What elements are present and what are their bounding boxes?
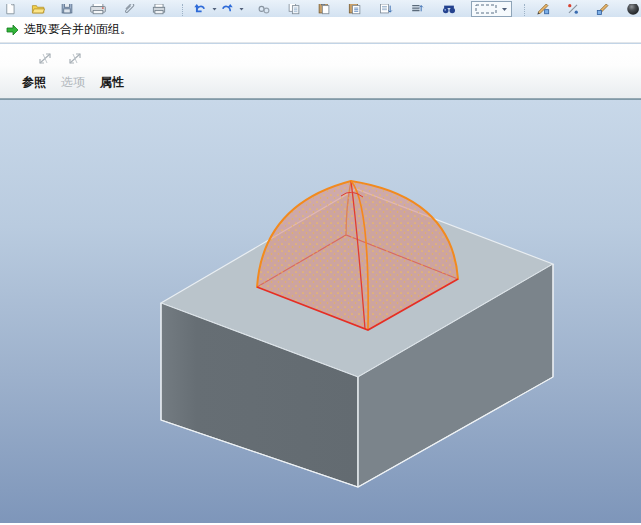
redo-dropdown[interactable] [237,4,246,17]
toolbar-separator [182,4,185,16]
undo-icon[interactable] [192,4,208,17]
selection-filter-box[interactable] [471,1,512,17]
redo-icon[interactable] [219,4,235,17]
change-second-quilt-side-button[interactable] [64,50,85,67]
regenerate-icon[interactable] [255,4,273,17]
toolbar-separator [524,4,527,16]
send-print-icon[interactable] [150,4,168,17]
find-icon[interactable] [439,4,459,17]
paste-icon[interactable] [315,4,333,17]
list-collect-icon[interactable] [377,4,396,17]
selection-rect-icon [474,3,500,15]
datum-plane-tool-icon[interactable] [594,4,612,17]
change-first-quilt-side-button[interactable] [34,50,55,67]
selection-filter-dropdown[interactable] [500,3,509,15]
save-icon[interactable] [59,4,75,17]
datum-point-tool-icon[interactable] [564,4,582,17]
prompt-message: 选取要合并的面组。 [24,21,132,38]
graphics-viewport[interactable] [0,99,641,523]
undo-dropdown[interactable] [210,4,219,17]
open-icon[interactable] [30,4,47,17]
copy-icon[interactable] [285,4,303,17]
change-side-arrow-icon [37,51,53,66]
tab-references[interactable]: 参照 [22,74,46,91]
change-side-arrow-icon [67,51,83,66]
sketch-tool-icon[interactable] [534,4,552,17]
merge-dashboard: 参照 选项 属性 [0,43,641,99]
list-layer-icon[interactable] [408,4,427,17]
shaded-display-icon[interactable] [624,4,641,17]
tab-properties[interactable]: 属性 [100,74,124,91]
prompt-arrow-icon [6,24,19,36]
message-bar: 选取要合并的面组。 [0,17,641,43]
new-file-icon[interactable] [2,4,18,17]
tab-options[interactable]: 选项 [61,74,85,91]
attach-icon[interactable] [121,4,138,17]
main-toolbar [0,0,641,17]
print-icon[interactable] [87,4,109,17]
paste-special-icon[interactable] [345,4,365,17]
dashboard-tabs: 参照 选项 属性 [22,74,124,91]
